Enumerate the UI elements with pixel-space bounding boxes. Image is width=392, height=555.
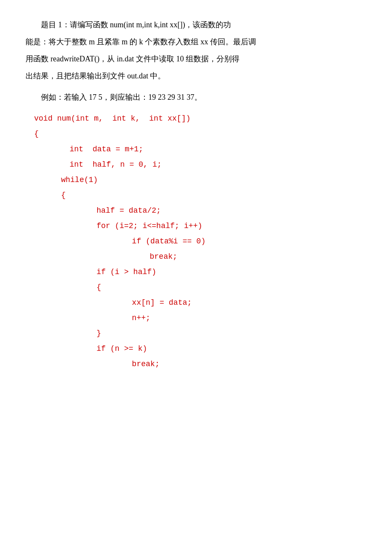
line-data: int data = m+1; [51, 142, 366, 157]
desc-line1: 题目 1：请编写函数 num(int m,int k,int xx[])，该函数… [26, 17, 366, 32]
line-half-assign: half = data/2; [60, 203, 366, 218]
example-block: 例如：若输入 17 5，则应输出：19 23 29 31 37。 [26, 90, 366, 105]
desc-line3: 用函数 readwriteDAT()，从 in.dat 文件中读取 10 组数据… [26, 51, 366, 66]
desc-line4: 出结果，且把结果输出到文件 out.dat 中。 [26, 68, 366, 84]
func-signature: void num(int m, int k, int xx[]) [34, 111, 366, 126]
line-break1: break; [85, 249, 366, 264]
line-for: for (i=2; i<=half; i++) [60, 218, 366, 234]
brace-open1: { [34, 126, 366, 142]
desc-line2: 能是：将大于整数 m 且紧靠 m 的 k 个素数存入数组 xx 传回。最后调 [26, 34, 366, 49]
line-xx: xx[n] = data; [77, 295, 366, 310]
description-block: 题目 1：请编写函数 num(int m,int k,int xx[])，该函数… [26, 17, 366, 84]
brace-open3: { [60, 280, 366, 295]
brace-open2: { [43, 188, 366, 203]
line-if3: if (n >= k) [60, 341, 366, 356]
line-if2: if (i > half) [60, 264, 366, 280]
code-block: void num(int m, int k, int xx[]) { int d… [34, 111, 366, 372]
line-while: while(1) [43, 172, 366, 188]
example-text: 例如：若输入 17 5，则应输出：19 23 29 31 37。 [26, 90, 366, 105]
line-break2: break; [77, 356, 366, 372]
brace-close3: } [60, 326, 366, 341]
line-npp: n++; [77, 310, 366, 326]
line-half: int half, n = 0, i; [51, 157, 366, 172]
line-if1: if (data%i == 0) [77, 234, 366, 249]
